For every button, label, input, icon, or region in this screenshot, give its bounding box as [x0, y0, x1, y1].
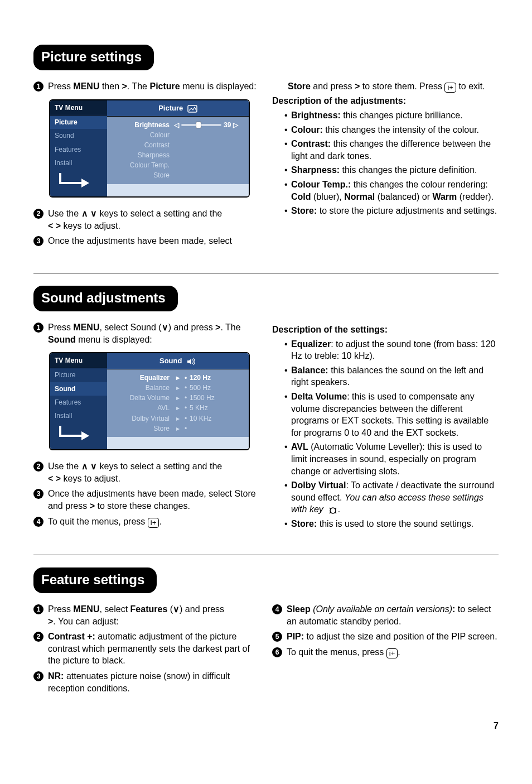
- desc-text: this is used to store the sound settings…: [317, 519, 473, 528]
- text: to store these changes.: [95, 501, 190, 511]
- page-number: 7: [33, 720, 499, 732]
- desc-text: attenuates picture noise (snow) in diffi…: [48, 671, 230, 693]
- picture-step-3-body: Once the adjustments have been made, sel…: [48, 235, 260, 247]
- picture-desc-head: Description of the adjustments:: [272, 95, 499, 107]
- menu-right-title-text: Sound: [159, 357, 182, 365]
- row-label: Colour Temp.: [113, 161, 174, 170]
- menu-left-item: Features: [50, 143, 107, 156]
- sound-step-3-body: Once the adjustments have been made, sel…: [48, 488, 260, 512]
- info-button-icon: i+: [386, 648, 398, 658]
- text-store: Store: [288, 81, 311, 91]
- row-label: AVL: [113, 403, 174, 412]
- sound-desc-list: Equalizer: to adjust the sound tone (fro…: [284, 338, 499, 530]
- desc-text: (bluer),: [311, 192, 345, 201]
- text-features: Features: [130, 604, 168, 614]
- divider: [33, 273, 499, 273]
- features-heading: Feature settings: [33, 567, 157, 593]
- text: to exit.: [456, 81, 485, 91]
- desc-item: Sharpness: this changes the picture defi…: [284, 164, 499, 176]
- text: . The: [127, 81, 150, 91]
- step-4-bullet: 4: [33, 517, 43, 527]
- menu-right-title-text: Picture: [158, 104, 183, 112]
- text: ) and press: [180, 604, 224, 614]
- menu-right-body: Brightness ◁ 39 ▷ Colour Contrast Sharpn…: [107, 117, 249, 184]
- features-step-3-body: NR: attenuates picture noise (snow) in d…: [48, 670, 260, 694]
- picture-left-col: 1 Press MENU then >. The Picture menu is…: [33, 80, 260, 250]
- row-mark: ▸: [174, 373, 182, 382]
- menu-row: Delta Volume▸•1500 Hz: [107, 393, 249, 403]
- menu-arrow-icon: [50, 422, 107, 449]
- sound-heading: Sound adjustments: [33, 286, 178, 311]
- features-step-2: 2 Contrast +: automatic adjustment of th…: [33, 631, 260, 667]
- desc-text: (Automatic Volume Leveller): this is use…: [291, 442, 482, 475]
- features-step-6-body: To quit the menus, press i+.: [287, 646, 499, 658]
- desc-item: Store: this is used to store the sound s…: [284, 518, 499, 530]
- desc-term: NR:: [48, 671, 64, 681]
- text: .: [398, 647, 400, 657]
- menu-left-item: Features: [50, 396, 107, 409]
- info-button-icon: i+: [444, 83, 456, 93]
- menu-row: Store: [107, 170, 249, 180]
- row-mark: ▸: [174, 424, 182, 433]
- row-label: Dolby Virtual: [113, 414, 174, 423]
- desc-term: Sleep: [287, 604, 311, 614]
- sound-section: Sound adjustments 1 Press MENU, select S…: [33, 286, 499, 532]
- desc-term: Store:: [291, 519, 317, 528]
- text-menu: MENU: [73, 323, 99, 332]
- desc-item: Brightness: this changes picture brillia…: [284, 109, 499, 122]
- text: To quit the menus, press: [287, 647, 386, 657]
- desc-item: Contrast: this changes the difference be…: [284, 138, 499, 162]
- text: ) and press: [168, 323, 215, 332]
- surround-icon: [328, 507, 338, 514]
- text: menu is displayed:: [180, 81, 257, 91]
- desc-text-italic: (Only available on certain versions): [311, 604, 452, 614]
- text: keys to adjust.: [61, 221, 120, 230]
- menu-row: AVL▸•5 KHz: [107, 403, 249, 413]
- step-1-bullet: 1: [33, 604, 43, 614]
- features-step-5-body: PIP: to adjust the size and position of …: [287, 631, 499, 643]
- desc-term: Cold: [291, 192, 311, 201]
- picture-heading: Picture settings: [33, 45, 154, 70]
- picture-step-2-body: Use the ∧ ∨ keys to select a setting and…: [48, 208, 260, 232]
- desc-term: Contrast +:: [48, 632, 95, 641]
- row-label: Brightness: [113, 121, 174, 129]
- text: .: [159, 517, 161, 526]
- row-mark: ▸: [174, 393, 182, 402]
- desc-term: Dolby Virtual: [291, 480, 346, 490]
- desc-term: Colour:: [291, 125, 323, 134]
- menu-left-title: TV Menu: [50, 100, 107, 116]
- desc-text: this changes the intensity of the colour…: [323, 125, 479, 134]
- desc-term: Contrast:: [291, 139, 331, 148]
- text: menu is displayed:: [76, 335, 152, 344]
- bullet-icon: •: [182, 383, 190, 392]
- info-button-icon: i+: [148, 518, 159, 528]
- step-2-bullet: 2: [33, 632, 43, 642]
- features-step-4: 4 Sleep (Only available on certain versi…: [272, 603, 499, 627]
- menu-left-item: Install: [50, 409, 107, 422]
- desc-term: Colour Temp.:: [291, 180, 351, 189]
- menu-row: Colour: [107, 130, 249, 140]
- sound-menu-right: Sound Equalizer▸•120 Hz Balance▸•500 Hz …: [107, 353, 249, 449]
- step-6-bullet: 6: [272, 647, 282, 657]
- row-label: Store: [113, 171, 174, 180]
- sound-step-3: 3 Once the adjustments have been made, s…: [33, 488, 260, 512]
- sound-icon: [186, 358, 196, 365]
- picture-columns: 1 Press MENU then >. The Picture menu is…: [33, 80, 499, 250]
- text: To quit the menus, press: [48, 517, 148, 526]
- sound-right-col: Description of the settings: Equalizer: …: [272, 321, 499, 532]
- step-1-bullet: 1: [33, 323, 43, 333]
- picture-menu-right: Picture Brightness ◁ 39 ▷: [107, 100, 249, 196]
- text: Use the: [48, 461, 81, 471]
- desc-text: this changes the picture definition.: [340, 165, 477, 175]
- desc-term: Brightness:: [291, 110, 341, 120]
- desc-text: to store the picture adjustments and set…: [317, 206, 497, 215]
- text: Press: [48, 604, 73, 614]
- sound-step-4-body: To quit the menus, press i+.: [48, 516, 260, 528]
- slider-left-icon: ◁: [174, 121, 179, 129]
- row-val: 1500 Hz: [190, 393, 243, 402]
- step-3-bullet: 3: [33, 236, 43, 246]
- row-label: Contrast: [113, 141, 174, 150]
- text: Once the adjustments have been made, sel…: [48, 236, 232, 246]
- step-5-bullet: 5: [272, 632, 282, 642]
- desc-term: Sharpness:: [291, 165, 340, 175]
